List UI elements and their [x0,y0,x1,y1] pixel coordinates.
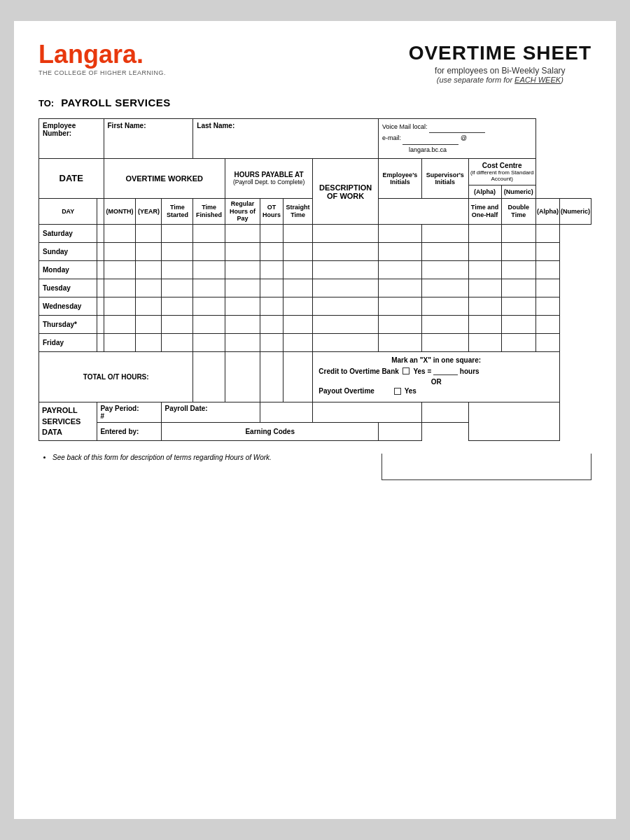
payroll-double-cell[interactable] [421,402,468,423]
email-field[interactable] [402,133,458,144]
double-wednesday[interactable] [313,298,379,316]
time-started-friday[interactable] [136,334,162,352]
time-finished-tuesday[interactable] [162,279,193,298]
alpha-wednesday[interactable] [501,298,536,316]
emp-init-tuesday[interactable] [421,279,468,298]
straight-wednesday[interactable] [260,298,284,316]
reg-hours-wednesday[interactable] [193,298,225,316]
straight-thursday[interactable] [260,316,284,334]
reg-hours-friday[interactable] [193,334,225,352]
numeric-friday[interactable] [536,334,559,352]
numeric-thursday[interactable] [536,316,559,334]
time-half-thursday[interactable] [283,316,313,334]
total-ot-hours[interactable] [193,352,225,402]
desc-thursday[interactable] [378,316,421,334]
emp-init-wednesday[interactable] [421,298,468,316]
time-finished-wednesday[interactable] [162,298,193,316]
sup-init-sunday[interactable] [468,243,501,261]
credit-hours-field[interactable] [433,367,458,375]
ot-hours-friday[interactable] [225,334,260,352]
ot-hours-sunday[interactable] [225,243,260,261]
time-half-wednesday[interactable] [283,298,313,316]
payroll-half-cell[interactable] [313,402,422,423]
reg-hours-thursday[interactable] [193,316,225,334]
desc-monday[interactable] [378,261,421,279]
emp-init-monday[interactable] [421,261,468,279]
ot-hours-saturday[interactable] [225,225,260,243]
time-started-wednesday[interactable] [136,298,162,316]
emp-init-saturday[interactable] [421,225,468,243]
time-half-sunday[interactable] [283,243,313,261]
payout-overtime-checkbox[interactable] [394,388,401,395]
double-friday[interactable] [313,334,379,352]
sup-init-monday[interactable] [468,261,501,279]
time-half-saturday[interactable] [283,225,313,243]
total-straight[interactable] [225,352,260,402]
ot-hours-monday[interactable] [225,261,260,279]
numeric-tuesday[interactable] [536,279,559,298]
earning-codes-value[interactable] [378,423,421,441]
reg-hours-sunday[interactable] [193,243,225,261]
credit-overtime-checkbox[interactable] [402,368,410,374]
time-finished-sunday[interactable] [162,243,193,261]
straight-monday[interactable] [260,261,284,279]
time-half-friday[interactable] [283,334,313,352]
time-half-tuesday[interactable] [283,279,313,298]
alpha-thursday[interactable] [501,316,536,334]
numeric-saturday[interactable] [536,225,559,243]
double-tuesday[interactable] [313,279,379,298]
time-started-sunday[interactable] [136,243,162,261]
time-started-thursday[interactable] [136,316,162,334]
straight-friday[interactable] [260,334,284,352]
desc-sunday[interactable] [378,243,421,261]
straight-sunday[interactable] [260,243,284,261]
double-thursday[interactable] [313,316,379,334]
ot-hours-tuesday[interactable] [225,279,260,298]
sup-init-thursday[interactable] [468,316,501,334]
emp-init-thursday[interactable] [421,316,468,334]
voicemail-field[interactable] [429,122,485,133]
alpha-monday[interactable] [501,261,536,279]
payroll-straight-cell[interactable] [260,402,313,423]
numeric-monday[interactable] [536,261,559,279]
desc-wednesday[interactable] [378,298,421,316]
alpha-tuesday[interactable] [501,279,536,298]
alpha-friday[interactable] [501,334,536,352]
numeric-sunday[interactable] [536,243,559,261]
sup-init-tuesday[interactable] [468,279,501,298]
time-half-monday[interactable] [283,261,313,279]
ot-hours-wednesday[interactable] [225,298,260,316]
emp-init-friday[interactable] [421,334,468,352]
total-double[interactable] [283,352,313,402]
time-started-monday[interactable] [136,261,162,279]
alpha-sunday[interactable] [501,243,536,261]
alpha-saturday[interactable] [501,225,536,243]
total-time-half[interactable] [260,352,284,402]
time-finished-friday[interactable] [162,334,193,352]
desc-tuesday[interactable] [378,279,421,298]
payroll-date-cell: Payroll Date: [162,402,260,423]
double-sunday[interactable] [313,243,379,261]
numeric-wednesday[interactable] [536,298,559,316]
sup-init-wednesday[interactable] [468,298,501,316]
reg-hours-monday[interactable] [193,261,225,279]
ot-hours-thursday[interactable] [225,316,260,334]
sup-init-saturday[interactable] [468,225,501,243]
time-finished-monday[interactable] [162,261,193,279]
straight-tuesday[interactable] [260,279,284,298]
reg-hours-tuesday[interactable] [193,279,225,298]
double-monday[interactable] [313,261,379,279]
sup-init-friday[interactable] [468,334,501,352]
desc-saturday[interactable] [378,225,421,243]
logo-text: Langara. [38,42,166,67]
time-finished-saturday[interactable] [162,225,193,243]
reg-hours-saturday[interactable] [193,225,225,243]
time-finished-thursday[interactable] [162,316,193,334]
straight-saturday[interactable] [260,225,284,243]
double-saturday[interactable] [313,225,379,243]
hours-payable-label: HOURS PAYABLE AT [227,171,311,178]
emp-init-sunday[interactable] [421,243,468,261]
time-started-tuesday[interactable] [136,279,162,298]
time-started-saturday[interactable] [136,225,162,243]
desc-friday[interactable] [378,334,421,352]
